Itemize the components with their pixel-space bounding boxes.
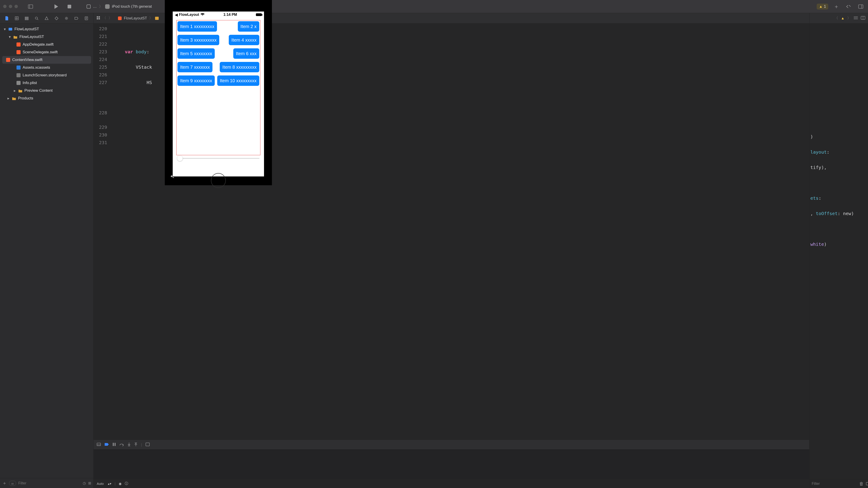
tree-item-infoplist[interactable]: Info.plist [0, 79, 93, 87]
file-label: Assets.xcassets [23, 65, 50, 70]
editor-layout-icon[interactable] [854, 16, 858, 20]
simulator-screen: ◀ FlowLayout 1:14 PM Item 1 xxxxxxxxx It… [173, 11, 264, 176]
close-window-button[interactable] [3, 5, 6, 8]
find-navigator-icon[interactable] [33, 15, 40, 22]
tree-group[interactable]: ▾ FlowLayoutST [0, 33, 93, 41]
tree-item-scenedelegate[interactable]: SceneDelegate.swift [0, 48, 93, 56]
flow-chip[interactable]: Item 9 xxxxxxxx [178, 75, 215, 86]
flow-chip[interactable]: Item 7 xxxxxxx [178, 62, 213, 72]
file-label: SceneDelegate.swift [23, 50, 58, 55]
source-control-navigator-icon[interactable] [13, 15, 20, 22]
chip-label: Item 7 xxxxxxx [180, 65, 210, 70]
svg-rect-4 [859, 5, 863, 8]
slider[interactable] [176, 155, 260, 162]
tree-item-assets[interactable]: Assets.xcassets [0, 64, 93, 71]
recent-filter-icon[interactable]: ◷ [83, 481, 86, 485]
debug-console[interactable] [94, 450, 809, 479]
filter-scope-icon[interactable]: ⚌ [9, 481, 16, 486]
nav-back-icon[interactable]: 〈 [103, 16, 106, 21]
issue-navigator-icon[interactable] [43, 15, 50, 22]
scm-filter-icon[interactable]: ⊞ [88, 481, 91, 485]
stepper-icon[interactable]: ▴▾ [107, 482, 112, 486]
assistant-footer: 🗑 [809, 479, 868, 488]
scheme-selector[interactable]: … 〉 iPod touch (7th generat [87, 4, 152, 9]
debug-navigator-icon[interactable] [63, 15, 70, 22]
breakpoint-navigator-icon[interactable] [73, 15, 80, 22]
disclosure-triangle-icon[interactable]: ▸ [13, 88, 16, 93]
slider-knob[interactable] [177, 156, 183, 161]
flow-chip[interactable]: Item 5 xxxxxxxx [178, 48, 215, 59]
step-over-icon[interactable] [119, 443, 124, 447]
flow-chip[interactable]: Item 4 xxxxx [229, 35, 259, 45]
svg-rect-33 [113, 443, 114, 446]
flow-chip[interactable]: Item 3 xxxxxxxxxx [178, 35, 219, 45]
report-navigator-icon[interactable] [83, 15, 90, 22]
folder-icon [18, 88, 23, 93]
split-console-icon[interactable] [866, 481, 868, 486]
breakpoints-toggle-icon[interactable] [104, 443, 109, 447]
step-out-icon[interactable] [134, 442, 137, 447]
issue-nav-prev-icon[interactable]: 〈 [835, 16, 838, 21]
assistant-code[interactable]: ) layout: tify), ets: , toOffset: new) w… [809, 24, 868, 479]
nav-forward-icon[interactable]: 〉 [108, 16, 112, 21]
add-button[interactable]: ＋ [832, 2, 840, 11]
adjust-editor-icon[interactable] [861, 16, 865, 21]
flow-chip[interactable]: Item 6 xxx [233, 48, 259, 59]
svg-rect-10 [25, 18, 28, 19]
back-app-label[interactable]: FlowLayout [179, 13, 199, 17]
debug-view-icon[interactable] [146, 443, 150, 447]
status-bar: ◀ FlowLayout 1:14 PM [173, 11, 264, 18]
issue-nav-next-icon[interactable]: 〉 [847, 16, 851, 21]
tree-root[interactable]: ▾ FlowLayoutST [0, 25, 93, 33]
test-navigator-icon[interactable] [53, 15, 60, 22]
window-controls [3, 5, 18, 8]
run-button[interactable] [52, 2, 61, 11]
symbol-navigator-icon[interactable] [23, 15, 30, 22]
tree-item-appdelegate[interactable]: AppDelegate.swift [0, 41, 93, 48]
auto-label[interactable]: Auto [97, 482, 104, 486]
step-in-icon[interactable] [127, 442, 131, 447]
project-navigator-icon[interactable] [3, 15, 10, 22]
flow-chip[interactable]: Item 8 xxxxxxxxx [220, 62, 259, 72]
tree-item-preview[interactable]: ▸ Preview Content [0, 87, 93, 94]
quicklook-icon[interactable]: ◉ [119, 482, 122, 486]
library-toggle-icon[interactable] [857, 2, 865, 11]
related-items-icon[interactable] [96, 16, 100, 21]
warning-count: 1 [824, 4, 826, 8]
flow-chip[interactable]: Item 10 xxxxxxxxx [217, 75, 259, 86]
file-tree[interactable]: ▾ FlowLayoutST ▾ FlowLayoutST AppDelegat… [0, 24, 93, 478]
info-icon[interactable]: ⓘ [125, 482, 128, 486]
trash-icon[interactable]: 🗑 [859, 481, 864, 486]
id-hs: HS [147, 80, 152, 85]
sidebar-toggle-icon[interactable] [26, 2, 35, 11]
disclosure-triangle-icon[interactable]: ▸ [7, 96, 10, 101]
chip-label: Item 5 xxxxxxxx [180, 51, 212, 56]
disclosure-triangle-icon[interactable]: ▾ [3, 27, 6, 32]
code-review-icon[interactable] [844, 2, 852, 11]
svg-rect-39 [146, 443, 149, 446]
tree-item-contentview[interactable]: ContentView.swift [2, 56, 91, 64]
tree-item-launchscreen[interactable]: LaunchScreen.storyboard [0, 71, 93, 79]
back-caret-icon[interactable]: ◀ [175, 13, 178, 17]
stop-button[interactable] [65, 2, 74, 11]
add-file-icon[interactable]: ＋ [2, 480, 7, 486]
minimize-window-button[interactable] [9, 5, 12, 8]
warnings-indicator[interactable]: ▲ 1 [817, 4, 828, 9]
hide-debug-icon[interactable] [97, 443, 101, 447]
editor-footer: Auto ▴▾ | ◉ ⓘ [94, 479, 809, 488]
file-label: Products [18, 96, 33, 101]
navigator-filter-input[interactable] [18, 481, 81, 485]
pause-icon[interactable] [113, 443, 116, 447]
line-number: 229 [94, 123, 107, 131]
tree-item-products[interactable]: ▸ Products [0, 94, 93, 102]
flow-chip[interactable]: Item 2 x [238, 21, 259, 32]
flow-chip[interactable]: Item 1 xxxxxxxxx [178, 21, 217, 32]
line-number: 221 [94, 33, 107, 40]
zoom-window-button[interactable] [14, 5, 18, 8]
simulator-content[interactable]: Item 1 xxxxxxxxx Item 2 x Item 3 xxxxxxx… [173, 18, 264, 176]
disclosure-triangle-icon[interactable]: ▾ [8, 35, 11, 39]
home-button[interactable] [211, 173, 226, 188]
ios-simulator-window[interactable]: ◀ FlowLayout 1:14 PM Item 1 xxxxxxxxx It… [165, 0, 272, 185]
assistant-filter-input[interactable] [812, 482, 857, 486]
tok: ets [810, 195, 818, 201]
